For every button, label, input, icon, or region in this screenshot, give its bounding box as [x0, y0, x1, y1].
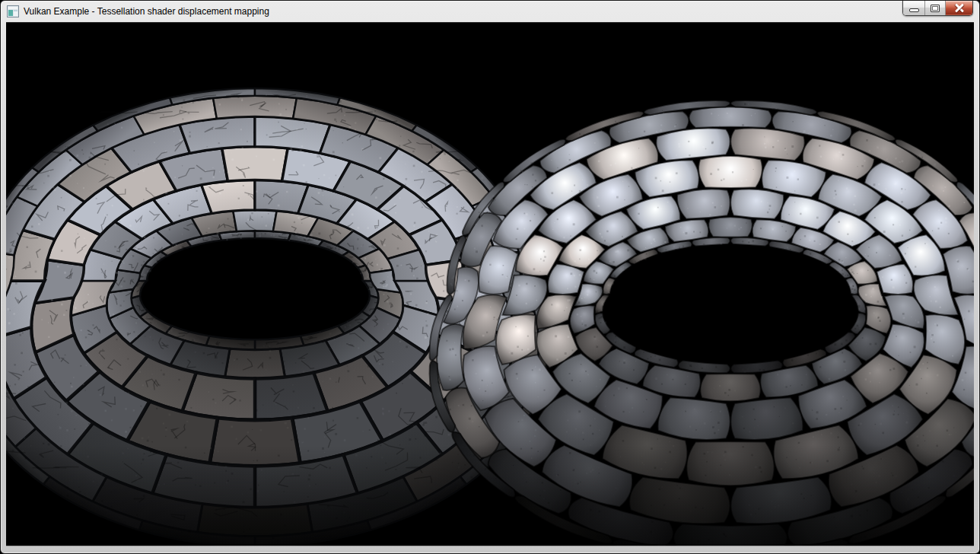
close-icon: [954, 3, 965, 13]
render-viewport-frame: [6, 22, 974, 546]
close-button[interactable]: [946, 1, 972, 15]
window-controls: [902, 1, 973, 16]
window-bottom-frame: [1, 546, 979, 553]
app-window: Vulkan Example - Tessellation shader dis…: [0, 0, 980, 554]
minimize-button[interactable]: [903, 1, 925, 15]
maximize-icon: [931, 5, 940, 12]
window-title: Vulkan Example - Tessellation shader dis…: [24, 6, 269, 18]
application-icon: [7, 5, 19, 18]
titlebar[interactable]: Vulkan Example - Tessellation shader dis…: [1, 1, 979, 22]
vulkan-render-viewport[interactable]: [6, 23, 974, 546]
minimize-icon: [909, 8, 919, 12]
maximize-button[interactable]: [925, 1, 946, 15]
